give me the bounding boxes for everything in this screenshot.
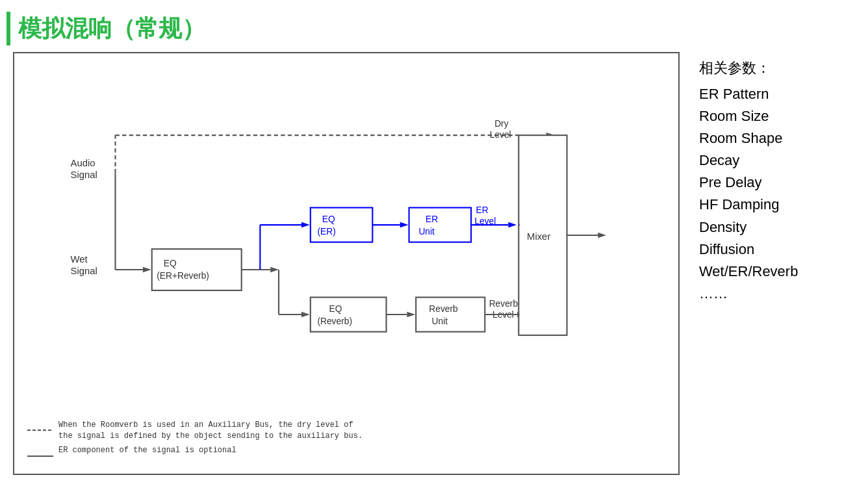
svg-text:(ER): (ER) [317,227,335,237]
param-decay: Decay [699,149,855,172]
param-er-pattern: ER Pattern [699,83,855,105]
param-wet-er-reverb: Wet/ER/Reverb [699,261,855,283]
svg-text:Signal: Signal [71,170,97,180]
green-accent-bar [6,12,10,45]
svg-text:Audio: Audio [71,158,96,168]
param-density: Density [699,216,855,238]
signal-flow-diagram: Audio Signal Wet Signal Dry Level [27,66,665,404]
svg-text:Level: Level [490,130,511,140]
svg-text:Mixer: Mixer [527,231,550,242]
svg-rect-26 [409,208,472,242]
page-container: 模拟混响（常规） Audio Signal Wet Signal Dry [0,0,868,488]
svg-text:Reverb: Reverb [489,299,518,309]
svg-text:EQ: EQ [322,214,335,224]
svg-marker-12 [143,267,151,272]
svg-marker-35 [301,312,310,317]
svg-text:Wet: Wet [71,254,88,264]
svg-text:ER: ER [426,214,438,224]
svg-marker-32 [508,222,517,227]
legend-solid: ER component of the signal is optional [27,446,665,460]
param-diffusion: Diffusion [699,238,855,261]
svg-text:(Reverb): (Reverb) [317,316,352,326]
diagram-container: Audio Signal Wet Signal Dry Level [13,52,680,475]
params-title: 相关参数： [699,58,855,78]
param-hf-damping: HF Damping [699,194,855,216]
legend-dashed-text: When the Roomverb is used in an Auxiliar… [58,420,363,442]
svg-text:Unit: Unit [432,316,448,326]
param-room-shape: Room Shape [699,127,855,149]
svg-marker-40 [407,312,415,317]
page-title: 模拟混响（常规） [18,13,205,45]
content-row: Audio Signal Wet Signal Dry Level [0,52,868,488]
svg-rect-41 [416,298,485,332]
svg-text:EQ: EQ [329,304,342,314]
params-panel: 相关参数： ER Pattern Room Size Room Shape De… [699,52,855,475]
legend-area: When the Roomverb is used in an Auxiliar… [27,420,665,464]
param-pre-delay: Pre Delay [699,172,855,194]
param-room-size: Room Size [699,105,855,127]
svg-rect-13 [152,249,242,290]
svg-text:Unit: Unit [418,227,435,237]
title-bar: 模拟混响（常规） [0,0,868,52]
svg-text:Reverb: Reverb [429,304,458,314]
svg-text:EQ: EQ [164,259,177,268]
svg-text:(ER+Reverb): (ER+Reverb) [157,271,209,281]
svg-text:ER: ER [476,205,489,215]
svg-rect-36 [311,298,387,332]
svg-marker-51 [598,233,606,238]
svg-marker-25 [400,222,409,227]
params-list: ER Pattern Room Size Room Shape Decay Pr… [699,83,855,305]
legend-solid-text: ER component of the signal is optional [58,446,236,455]
legend-dashed: When the Roomverb is used in an Auxiliar… [27,420,665,442]
svg-marker-20 [301,222,310,227]
svg-text:Signal: Signal [71,266,97,276]
svg-text:Dry: Dry [494,119,509,129]
param-ellipsis: …… [699,283,855,305]
svg-marker-17 [270,267,279,272]
svg-rect-21 [311,208,373,242]
